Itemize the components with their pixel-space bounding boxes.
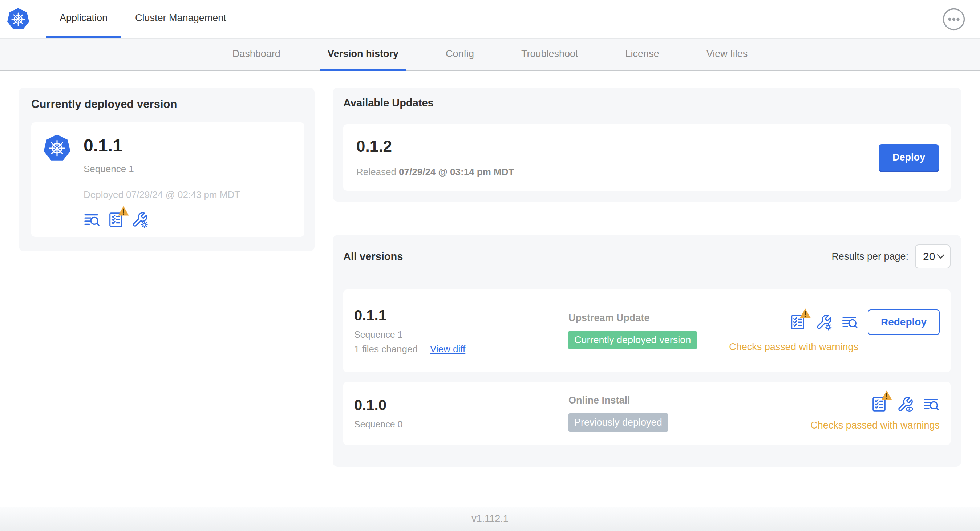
overflow-menu-button[interactable] bbox=[942, 8, 966, 31]
app-icon-kubernetes bbox=[43, 133, 71, 163]
deployed-sequence: Sequence 1 bbox=[84, 164, 240, 175]
tab-troubleshoot[interactable]: Troubleshoot bbox=[514, 39, 585, 71]
edit-config-icon[interactable] bbox=[815, 314, 832, 331]
status-badge-currently-deployed: Currently deployed version bbox=[568, 331, 697, 350]
deployed-action-icons bbox=[84, 211, 240, 228]
chevron-down-icon bbox=[937, 254, 945, 259]
app-footer: v1.112.1 bbox=[0, 507, 980, 531]
console-version: v1.112.1 bbox=[471, 513, 509, 525]
released-timestamp: 07/29/24 @ 03:14 pm MDT bbox=[399, 166, 514, 177]
deployed-version-info: 0.1.1 Sequence 1 Deployed 07/29/24 @ 02:… bbox=[84, 133, 240, 228]
logs-search-icon[interactable] bbox=[842, 314, 858, 331]
files-changed-label: 1 files changed bbox=[354, 343, 418, 355]
ellipsis-icon bbox=[942, 8, 966, 31]
admin-console: Application Cluster Management Dashboard… bbox=[0, 0, 980, 531]
redeploy-button[interactable]: Redeploy bbox=[868, 310, 940, 335]
version-info: 0.1.1 Sequence 1 1 files changed View di… bbox=[354, 307, 568, 355]
update-version-number: 0.1.2 bbox=[356, 137, 514, 156]
tab-cluster-management-label: Cluster Management bbox=[135, 12, 226, 24]
currently-deployed-title: Currently deployed version bbox=[31, 98, 304, 111]
warning-triangle-icon bbox=[799, 308, 811, 319]
deploy-button[interactable]: Deploy bbox=[879, 144, 939, 171]
version-source-cell: Online Install Previously deployed bbox=[568, 395, 810, 432]
results-per-page-value: 20 bbox=[923, 250, 935, 262]
version-info: 0.1.0 Sequence 0 bbox=[354, 397, 568, 430]
available-update-info: 0.1.2 Released 07/29/24 @ 03:14 pm MDT bbox=[356, 137, 514, 178]
deployed-timestamp: Deployed 07/29/24 @ 02:43 pm MDT bbox=[84, 189, 240, 200]
tab-view-files-label: View files bbox=[706, 48, 748, 60]
main-content: Currently deployed version 0.1.1 Sequenc… bbox=[0, 71, 980, 507]
app-subnav: Dashboard Version history Config Trouble… bbox=[0, 39, 980, 71]
preflight-checks-button[interactable] bbox=[871, 396, 888, 413]
right-column: Available Updates 0.1.2 Released 07/29/2… bbox=[333, 87, 961, 467]
version-number: 0.1.0 bbox=[354, 397, 568, 413]
warning-triangle-icon bbox=[881, 390, 892, 401]
view-diff-link[interactable]: View diff bbox=[430, 343, 465, 355]
version-sequence: Sequence 0 bbox=[354, 419, 568, 430]
view-config-icon[interactable] bbox=[897, 396, 913, 413]
checks-status-text: Checks passed with warnings bbox=[810, 420, 940, 431]
results-per-page-select[interactable]: 20 bbox=[915, 245, 951, 269]
deployed-version-number: 0.1.1 bbox=[84, 135, 240, 156]
edit-config-icon[interactable] bbox=[132, 211, 148, 228]
tab-config-label: Config bbox=[446, 48, 474, 60]
tab-application-label: Application bbox=[60, 12, 108, 24]
available-updates-title: Available Updates bbox=[343, 97, 951, 109]
tab-version-history-label: Version history bbox=[328, 48, 398, 60]
preflight-checks-button[interactable] bbox=[108, 211, 124, 228]
update-released-line: Released 07/29/24 @ 03:14 pm MDT bbox=[356, 166, 514, 178]
logs-search-icon[interactable] bbox=[84, 211, 100, 228]
tab-application[interactable]: Application bbox=[46, 0, 121, 38]
tab-version-history[interactable]: Version history bbox=[320, 39, 406, 71]
currently-deployed-panel: Currently deployed version 0.1.1 Sequenc… bbox=[19, 87, 315, 251]
tab-license-label: License bbox=[625, 48, 659, 60]
status-badge-previously-deployed: Previously deployed bbox=[568, 413, 668, 432]
released-prefix: Released bbox=[356, 166, 396, 177]
available-update-card: 0.1.2 Released 07/29/24 @ 03:14 pm MDT D… bbox=[343, 124, 951, 191]
results-per-page: Results per page: 20 bbox=[831, 245, 951, 269]
version-action-icons bbox=[871, 396, 940, 413]
kubernetes-logo-icon bbox=[6, 7, 30, 31]
logs-search-icon[interactable] bbox=[923, 396, 940, 413]
version-source: Upstream Update bbox=[568, 312, 729, 324]
all-versions-header: All versions Results per page: 20 bbox=[343, 245, 951, 269]
version-number: 0.1.1 bbox=[354, 307, 568, 324]
currently-deployed-card: 0.1.1 Sequence 1 Deployed 07/29/24 @ 02:… bbox=[31, 122, 304, 237]
tab-view-files[interactable]: View files bbox=[699, 39, 755, 71]
tab-dashboard[interactable]: Dashboard bbox=[225, 39, 288, 71]
version-actions: Redeploy Checks passed with warnings bbox=[729, 310, 940, 353]
header-nav: Application Cluster Management bbox=[46, 0, 240, 38]
version-row-0-1-1: 0.1.1 Sequence 1 1 files changed View di… bbox=[343, 289, 951, 372]
tab-license[interactable]: License bbox=[618, 39, 667, 71]
tab-troubleshoot-label: Troubleshoot bbox=[521, 48, 578, 60]
available-updates-panel: Available Updates 0.1.2 Released 07/29/2… bbox=[333, 87, 961, 202]
version-sequence: Sequence 1 bbox=[354, 329, 568, 340]
version-actions: Checks passed with warnings bbox=[810, 396, 940, 431]
all-versions-panel: All versions Results per page: 20 0.1.1 … bbox=[333, 235, 961, 467]
version-source: Online Install bbox=[568, 395, 810, 406]
app-header: Application Cluster Management bbox=[0, 0, 980, 39]
version-row-0-1-0: 0.1.0 Sequence 0 Online Install Previous… bbox=[343, 382, 951, 445]
preflight-checks-button[interactable] bbox=[789, 314, 806, 331]
tab-config[interactable]: Config bbox=[438, 39, 481, 71]
tab-cluster-management[interactable]: Cluster Management bbox=[121, 0, 240, 38]
results-per-page-label: Results per page: bbox=[831, 251, 908, 262]
version-source-cell: Upstream Update Currently deployed versi… bbox=[568, 312, 729, 350]
checks-status-text: Checks passed with warnings bbox=[729, 342, 858, 353]
all-versions-title: All versions bbox=[343, 251, 403, 262]
tab-dashboard-label: Dashboard bbox=[232, 48, 280, 60]
warning-triangle-icon bbox=[118, 205, 129, 216]
version-action-icons bbox=[789, 314, 858, 331]
